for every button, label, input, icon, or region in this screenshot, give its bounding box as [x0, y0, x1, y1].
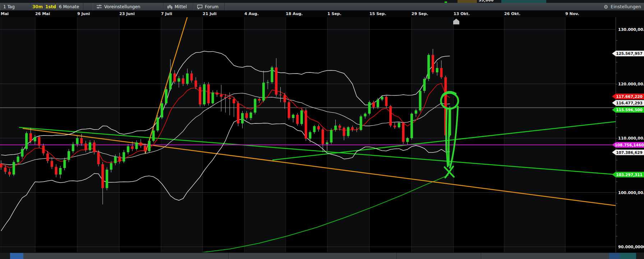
candle: [17, 157, 19, 162]
y-axis-tick: [616, 182, 617, 182]
candle: [173, 74, 176, 82]
bollinger-lower-badge: 107.386,629: [612, 150, 644, 155]
y-axis-tick: [616, 160, 617, 160]
candle: [343, 128, 345, 136]
candle: [305, 110, 307, 139]
candle: [288, 102, 290, 118]
candle: [156, 117, 159, 130]
y-axis-tick: [616, 116, 617, 117]
candle: [258, 99, 261, 101]
y-axis-panel: 130.000,00..120.000,00..110.000,00..100.…: [616, 17, 644, 252]
y-axis-tick: [616, 236, 617, 236]
candle: [351, 127, 354, 130]
candle: [131, 146, 134, 149]
candle: [432, 55, 434, 72]
y-axis-tick: [616, 62, 617, 62]
candle: [190, 74, 193, 81]
candle: [63, 160, 66, 168]
candle: [84, 143, 87, 150]
candle: [68, 151, 70, 160]
candle: [385, 97, 387, 106]
candle: [398, 123, 400, 127]
trading-chart-window: 55,000 1 Tag 30m 1std 6 Monate Voreinste…: [0, 0, 644, 259]
candle: [123, 152, 125, 161]
candle: [241, 113, 244, 123]
candle: [237, 103, 239, 123]
candle: [317, 126, 320, 130]
scroll-seg-teal[interactable]: [620, 253, 636, 259]
candle: [262, 83, 265, 100]
candle: [309, 132, 311, 138]
candle: [415, 110, 417, 114]
y-axis-tick: [616, 193, 617, 193]
scroll-thumb-left[interactable]: [10, 253, 23, 259]
candle: [51, 161, 53, 167]
candle: [245, 113, 248, 118]
candle: [118, 157, 121, 162]
candle: [4, 168, 6, 172]
candle: [436, 68, 438, 72]
candle: [25, 133, 28, 149]
candle: [394, 126, 396, 127]
candle: [339, 126, 341, 128]
candle: [89, 142, 91, 150]
scrollbar-divider: [481, 253, 481, 259]
candle: [97, 152, 100, 164]
candle: [72, 144, 74, 151]
y-axis-tick: [616, 214, 617, 215]
scroll-seg-blue[interactable]: [609, 253, 620, 259]
candle: [38, 137, 41, 146]
candle: [279, 95, 282, 95]
candle: [326, 142, 328, 144]
chart-canvas[interactable]: [0, 0, 616, 252]
candle: [377, 99, 379, 107]
candle: [135, 142, 138, 149]
candle: [152, 131, 155, 141]
candle: [186, 74, 189, 84]
y-axis-tick: [616, 171, 617, 171]
candle: [0, 164, 3, 168]
scrollbar-divider: [396, 253, 397, 259]
candle: [182, 78, 184, 84]
candle: [229, 98, 231, 99]
candle: [148, 141, 151, 151]
scrollbar-divider: [228, 253, 229, 259]
candle: [46, 153, 49, 161]
y-axis-label: 120.000,00..: [618, 81, 644, 86]
candle: [34, 137, 36, 141]
candle: [59, 168, 61, 174]
candle: [381, 97, 383, 100]
candle: [161, 103, 163, 117]
candle: [368, 102, 371, 114]
y-axis-tick: [616, 138, 617, 138]
candle: [139, 142, 142, 146]
candle: [271, 67, 273, 82]
candle: [275, 67, 277, 95]
y-axis-tick: [616, 84, 617, 84]
bollinger-upper-badge: 125.567,957: [612, 51, 644, 56]
y-axis-label: 130.000,00..: [618, 27, 644, 32]
candle: [144, 146, 146, 151]
y-axis-tick: [616, 149, 617, 149]
y-axis-tick: [616, 203, 617, 204]
y-axis-label: 110.000,00..: [618, 136, 644, 141]
y-axis-tick: [616, 73, 617, 73]
candle: [347, 127, 349, 136]
candle: [178, 78, 180, 81]
candle: [402, 123, 405, 142]
bottom-scrollbar[interactable]: [0, 252, 644, 259]
candle: [410, 114, 413, 138]
candle: [127, 146, 129, 152]
last-price-badge: 115.596,500: [612, 107, 644, 113]
bollinger-mid-badge: 116.477,293: [612, 100, 644, 106]
y-axis-tick: [616, 127, 617, 128]
candle: [284, 95, 286, 102]
candle: [250, 113, 252, 118]
candle: [199, 87, 201, 104]
candle: [194, 80, 197, 87]
y-axis-tick: [616, 40, 617, 41]
candle: [233, 99, 235, 103]
scroll-track[interactable]: [23, 253, 609, 259]
candle: [406, 138, 409, 142]
candle: [106, 170, 108, 188]
